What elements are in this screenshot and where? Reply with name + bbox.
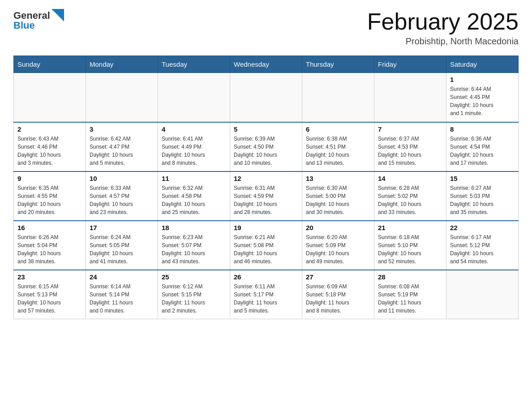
day-info: Sunrise: 6:31 AMSunset: 4:59 PMDaylight:… — [234, 184, 298, 216]
calendar-cell: 8Sunrise: 6:36 AMSunset: 4:54 PMDaylight… — [446, 122, 519, 171]
calendar-cell: 14Sunrise: 6:28 AMSunset: 5:02 PMDayligh… — [374, 171, 446, 221]
day-header-tuesday: Tuesday — [158, 56, 230, 73]
week-row-3: 9Sunrise: 6:35 AMSunset: 4:55 PMDaylight… — [14, 171, 519, 221]
day-number: 22 — [450, 224, 515, 231]
calendar-cell: 25Sunrise: 6:12 AMSunset: 5:15 PMDayligh… — [158, 270, 230, 319]
day-number: 17 — [90, 224, 154, 231]
day-number: 1 — [450, 76, 515, 83]
day-info: Sunrise: 6:12 AMSunset: 5:15 PMDaylight:… — [162, 283, 226, 315]
calendar-cell: 9Sunrise: 6:35 AMSunset: 4:55 PMDaylight… — [14, 171, 86, 221]
day-number: 5 — [234, 125, 298, 133]
calendar-cell: 4Sunrise: 6:41 AMSunset: 4:49 PMDaylight… — [158, 122, 230, 171]
calendar-cell: 17Sunrise: 6:24 AMSunset: 5:05 PMDayligh… — [86, 221, 158, 270]
day-info: Sunrise: 6:37 AMSunset: 4:53 PMDaylight:… — [378, 135, 442, 167]
day-info: Sunrise: 6:17 AMSunset: 5:12 PMDaylight:… — [450, 233, 515, 265]
calendar-cell: 6Sunrise: 6:38 AMSunset: 4:51 PMDaylight… — [302, 122, 374, 171]
day-info: Sunrise: 6:41 AMSunset: 4:49 PMDaylight:… — [162, 135, 226, 167]
calendar-cell — [14, 73, 86, 122]
calendar-cell: 27Sunrise: 6:09 AMSunset: 5:18 PMDayligh… — [302, 270, 374, 319]
day-number: 8 — [450, 125, 515, 133]
day-number: 10 — [90, 175, 154, 182]
calendar-cell: 22Sunrise: 6:17 AMSunset: 5:12 PMDayligh… — [446, 221, 519, 270]
day-header-friday: Friday — [374, 56, 446, 73]
calendar-title: February 2025 — [367, 9, 519, 34]
day-info: Sunrise: 6:14 AMSunset: 5:14 PMDaylight:… — [90, 283, 154, 315]
day-header-wednesday: Wednesday — [230, 56, 302, 73]
day-number: 3 — [90, 125, 154, 133]
day-number: 9 — [17, 175, 82, 182]
calendar-cell: 28Sunrise: 6:08 AMSunset: 5:19 PMDayligh… — [374, 270, 446, 319]
day-number: 7 — [378, 125, 442, 133]
day-number: 15 — [450, 175, 515, 182]
calendar-cell: 18Sunrise: 6:23 AMSunset: 5:07 PMDayligh… — [158, 221, 230, 270]
day-info: Sunrise: 6:11 AMSunset: 5:17 PMDaylight:… — [234, 283, 298, 315]
day-header-monday: Monday — [86, 56, 158, 73]
day-number: 16 — [17, 224, 82, 231]
day-info: Sunrise: 6:24 AMSunset: 5:05 PMDaylight:… — [90, 233, 154, 265]
calendar-cell: 12Sunrise: 6:31 AMSunset: 4:59 PMDayligh… — [230, 171, 302, 221]
day-number: 12 — [234, 175, 298, 182]
calendar-cell: 3Sunrise: 6:42 AMSunset: 4:47 PMDaylight… — [86, 122, 158, 171]
day-info: Sunrise: 6:15 AMSunset: 5:13 PMDaylight:… — [17, 283, 82, 315]
day-number: 2 — [17, 125, 82, 133]
calendar-cell: 7Sunrise: 6:37 AMSunset: 4:53 PMDaylight… — [374, 122, 446, 171]
calendar-cell: 24Sunrise: 6:14 AMSunset: 5:14 PMDayligh… — [86, 270, 158, 319]
day-number: 20 — [306, 224, 370, 231]
day-number: 14 — [378, 175, 442, 182]
day-info: Sunrise: 6:33 AMSunset: 4:57 PMDaylight:… — [90, 184, 154, 216]
calendar-cell: 21Sunrise: 6:18 AMSunset: 5:10 PMDayligh… — [374, 221, 446, 270]
day-info: Sunrise: 6:39 AMSunset: 4:50 PMDaylight:… — [234, 135, 298, 167]
calendar-cell — [302, 73, 374, 122]
calendar-cell — [86, 73, 158, 122]
day-number: 13 — [306, 175, 370, 182]
day-number: 21 — [378, 224, 442, 231]
week-row-2: 2Sunrise: 6:43 AMSunset: 4:46 PMDaylight… — [14, 122, 519, 171]
day-info: Sunrise: 6:36 AMSunset: 4:54 PMDaylight:… — [450, 135, 515, 167]
week-row-1: 1Sunrise: 6:44 AMSunset: 4:45 PMDaylight… — [14, 73, 519, 122]
day-info: Sunrise: 6:23 AMSunset: 5:07 PMDaylight:… — [162, 233, 226, 265]
calendar-cell: 10Sunrise: 6:33 AMSunset: 4:57 PMDayligh… — [86, 171, 158, 221]
calendar-cell: 15Sunrise: 6:27 AMSunset: 5:03 PMDayligh… — [446, 171, 519, 221]
day-info: Sunrise: 6:32 AMSunset: 4:58 PMDaylight:… — [162, 184, 226, 216]
day-number: 11 — [162, 175, 226, 182]
day-info: Sunrise: 6:18 AMSunset: 5:10 PMDaylight:… — [378, 233, 442, 265]
day-info: Sunrise: 6:35 AMSunset: 4:55 PMDaylight:… — [17, 184, 82, 216]
calendar-subtitle: Probishtip, North Macedonia — [367, 36, 519, 47]
week-row-4: 16Sunrise: 6:26 AMSunset: 5:04 PMDayligh… — [14, 221, 519, 270]
logo-triangle-icon — [51, 9, 64, 21]
calendar-cell: 19Sunrise: 6:21 AMSunset: 5:08 PMDayligh… — [230, 221, 302, 270]
day-header-saturday: Saturday — [446, 56, 519, 73]
calendar-cell: 5Sunrise: 6:39 AMSunset: 4:50 PMDaylight… — [230, 122, 302, 171]
day-number: 18 — [162, 224, 226, 231]
page-header: General Blue February 2025 Probishtip, N… — [13, 9, 519, 47]
day-info: Sunrise: 6:21 AMSunset: 5:08 PMDaylight:… — [234, 233, 298, 265]
calendar-cell: 13Sunrise: 6:30 AMSunset: 5:00 PMDayligh… — [302, 171, 374, 221]
logo: General Blue — [13, 9, 64, 31]
day-info: Sunrise: 6:08 AMSunset: 5:19 PMDaylight:… — [378, 283, 442, 315]
day-header-sunday: Sunday — [14, 56, 86, 73]
day-number: 23 — [17, 273, 82, 281]
calendar-table: SundayMondayTuesdayWednesdayThursdayFrid… — [13, 56, 519, 319]
calendar-cell: 11Sunrise: 6:32 AMSunset: 4:58 PMDayligh… — [158, 171, 230, 221]
calendar-cell: 26Sunrise: 6:11 AMSunset: 5:17 PMDayligh… — [230, 270, 302, 319]
day-info: Sunrise: 6:09 AMSunset: 5:18 PMDaylight:… — [306, 283, 370, 315]
day-info: Sunrise: 6:30 AMSunset: 5:00 PMDaylight:… — [306, 184, 370, 216]
day-number: 4 — [162, 125, 226, 133]
day-info: Sunrise: 6:43 AMSunset: 4:46 PMDaylight:… — [17, 135, 82, 167]
day-number: 19 — [234, 224, 298, 231]
day-info: Sunrise: 6:26 AMSunset: 5:04 PMDaylight:… — [17, 233, 82, 265]
day-info: Sunrise: 6:42 AMSunset: 4:47 PMDaylight:… — [90, 135, 154, 167]
calendar-cell — [374, 73, 446, 122]
header-row: SundayMondayTuesdayWednesdayThursdayFrid… — [14, 56, 519, 73]
calendar-cell — [446, 270, 519, 319]
logo-blue: Blue — [13, 20, 35, 31]
day-number: 27 — [306, 273, 370, 281]
day-number: 25 — [162, 273, 226, 281]
calendar-cell: 16Sunrise: 6:26 AMSunset: 5:04 PMDayligh… — [14, 221, 86, 270]
calendar-cell: 23Sunrise: 6:15 AMSunset: 5:13 PMDayligh… — [14, 270, 86, 319]
day-info: Sunrise: 6:27 AMSunset: 5:03 PMDaylight:… — [450, 184, 515, 216]
calendar-cell — [230, 73, 302, 122]
calendar-cell: 20Sunrise: 6:20 AMSunset: 5:09 PMDayligh… — [302, 221, 374, 270]
day-info: Sunrise: 6:38 AMSunset: 4:51 PMDaylight:… — [306, 135, 370, 167]
day-info: Sunrise: 6:44 AMSunset: 4:45 PMDaylight:… — [450, 85, 515, 117]
